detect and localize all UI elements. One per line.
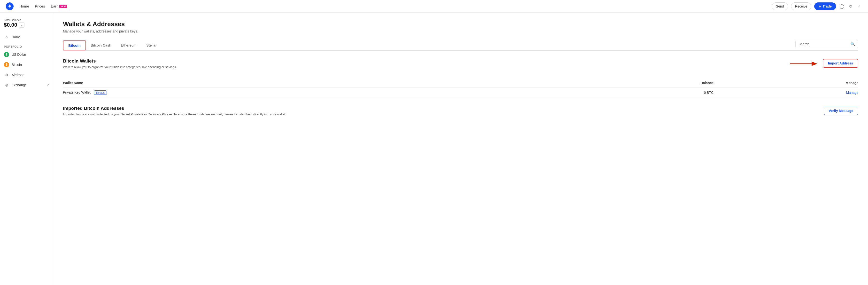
trade-label: Trade — [823, 4, 832, 8]
nav-home[interactable]: Home — [20, 4, 29, 8]
airdrops-icon: ❄ — [4, 72, 9, 78]
page-layout: Total Balance $0.00 ⌄ ⌂ Home Portfolio $… — [0, 12, 868, 285]
sidebar-item-home[interactable]: ⌂ Home — [0, 32, 53, 42]
tab-bitcoin[interactable]: Bitcoin — [63, 40, 86, 50]
red-arrow-annotation — [790, 59, 819, 68]
search-input[interactable] — [799, 42, 850, 46]
imported-section-header: Imported Bitcoin Addresses Imported fund… — [63, 106, 286, 120]
table-header-row: Wallet Name Balance Manage — [63, 79, 858, 87]
logo[interactable] — [6, 2, 13, 10]
main-content: Wallets & Addresses Manage your wallets,… — [53, 12, 868, 285]
default-badge: Default — [94, 90, 107, 95]
search-icon[interactable]: 🔍 — [850, 42, 855, 46]
topnav-right: Send Receive + Trade ◯ ↻ ⚬ — [772, 2, 862, 10]
receive-button[interactable]: Receive — [791, 2, 812, 10]
sidebar: Total Balance $0.00 ⌄ ⌂ Home Portfolio $… — [0, 12, 53, 285]
imported-section-title: Imported Bitcoin Addresses — [63, 106, 286, 111]
sidebar-airdrops-label: Airdrops — [11, 73, 24, 77]
sidebar-home-label: Home — [11, 35, 21, 39]
page-subtitle: Manage your wallets, addresses and priva… — [63, 29, 858, 33]
external-link-icon: ↗ — [47, 83, 49, 87]
sidebar-bitcoin-label: Bitcoin — [11, 63, 22, 67]
user-icon[interactable]: ⚬ — [857, 3, 862, 9]
col-balance: Balance — [564, 79, 714, 87]
refresh-icon[interactable]: ↻ — [848, 3, 854, 9]
imported-section: Imported Bitcoin Addresses Imported fund… — [63, 106, 858, 120]
import-address-button[interactable]: Import Address — [823, 59, 858, 67]
sidebar-item-exchange[interactable]: ⊕ Exchange ↗ — [0, 80, 53, 90]
balance-chevron[interactable]: ⌄ — [19, 22, 25, 28]
wallets-section: Bitcoin Wallets Wallets allow you to org… — [63, 58, 858, 98]
wallet-name-cell: Private Key Wallet Default — [63, 87, 564, 98]
btc-icon: ₿ — [4, 62, 9, 67]
table-row: Private Key Wallet Default 0 BTC Manage — [63, 87, 858, 98]
import-btn-container: Import Address — [790, 58, 858, 68]
send-button[interactable]: Send — [772, 2, 788, 10]
imported-section-desc: Imported funds are not protected by your… — [63, 112, 286, 116]
sidebar-item-bitcoin[interactable]: ₿ Bitcoin — [0, 60, 53, 70]
usd-icon: $ — [4, 52, 9, 57]
manage-link[interactable]: Manage — [846, 91, 858, 94]
nav-earn[interactable]: Earn NEW — [51, 4, 67, 8]
verify-message-button[interactable]: Verify Message — [824, 107, 858, 115]
trade-plus-icon: + — [818, 4, 821, 8]
earn-label: Earn — [51, 4, 59, 8]
balance-label: Total Balance — [4, 19, 49, 22]
col-manage: Manage — [713, 79, 858, 87]
page-title: Wallets & Addresses — [63, 20, 858, 28]
nav-prices[interactable]: Prices — [35, 4, 45, 8]
verify-btn-container: Verify Message — [824, 107, 858, 115]
sidebar-item-airdrops[interactable]: ❄ Airdrops — [0, 70, 53, 80]
sidebar-item-usd[interactable]: $ US Dollar — [0, 50, 53, 60]
search-box: 🔍 — [795, 40, 858, 48]
wallets-section-desc: Wallets allow you to organize your funds… — [63, 65, 177, 69]
wallet-manage-cell: Manage — [713, 87, 858, 98]
trade-button[interactable]: + Trade — [814, 2, 836, 10]
tab-ethereum[interactable]: Ethereum — [116, 41, 142, 50]
sidebar-balance: Total Balance $0.00 ⌄ — [0, 17, 53, 32]
sidebar-exchange-label: Exchange — [11, 83, 27, 87]
tabs-row: Bitcoin Bitcoin Cash Ethereum Stellar 🔍 — [63, 40, 858, 51]
exchange-icon: ⊕ — [4, 82, 9, 88]
new-badge: NEW — [59, 5, 67, 8]
wallets-section-title: Bitcoin Wallets — [63, 58, 177, 64]
balance-amount: $0.00 — [4, 22, 17, 28]
tab-bitcoin-cash[interactable]: Bitcoin Cash — [86, 41, 116, 50]
balance-row: $0.00 ⌄ — [4, 22, 49, 28]
nav-links: Home Prices Earn NEW — [20, 4, 67, 8]
mobile-icon[interactable]: ◯ — [839, 3, 845, 9]
wallet-table: Wallet Name Balance Manage Private Key W… — [63, 79, 858, 98]
tab-stellar[interactable]: Stellar — [142, 41, 161, 50]
wallet-balance-cell: 0 BTC — [564, 87, 714, 98]
wallet-name: Private Key Wallet — [63, 90, 91, 94]
sidebar-usd-label: US Dollar — [11, 53, 26, 56]
portfolio-section-label: Portfolio — [0, 42, 53, 50]
home-icon: ⌂ — [4, 34, 9, 40]
col-wallet-name: Wallet Name — [63, 79, 564, 87]
wallets-section-header: Bitcoin Wallets Wallets allow you to org… — [63, 58, 177, 74]
search-wrap: 🔍 — [795, 40, 858, 50]
top-navigation: Home Prices Earn NEW Send Receive + Trad… — [0, 0, 868, 12]
